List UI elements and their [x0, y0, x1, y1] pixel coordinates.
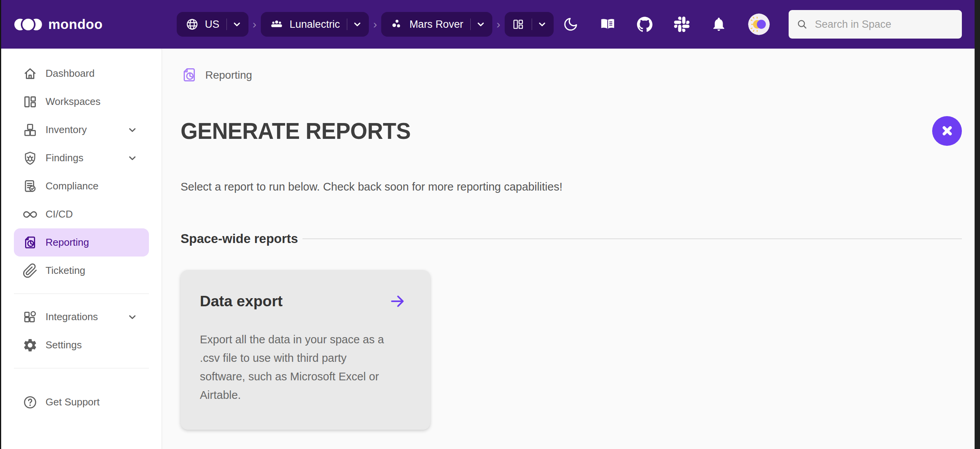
- github-icon[interactable]: [637, 17, 652, 32]
- settings-gear-icon: [22, 338, 38, 353]
- mondoo-logo-icon: [14, 17, 42, 32]
- top-header: mondoo US ›: [1, 0, 975, 49]
- main-content: Reporting GENERATE REPORTS Select a repo…: [162, 49, 975, 449]
- sidebar-item-integrations[interactable]: Integrations: [14, 303, 149, 331]
- inventory-boxes-icon: [22, 122, 38, 138]
- dark-mode-moon-icon[interactable]: [563, 17, 578, 32]
- pill-divider: [470, 19, 471, 30]
- page-description: Select a report to run below. Check back…: [181, 181, 962, 193]
- docs-book-icon[interactable]: [600, 17, 615, 32]
- breadcrumb-separator: ›: [373, 19, 377, 30]
- chevron-down-icon[interactable]: [126, 152, 139, 165]
- section-title: Space-wide reports: [181, 231, 298, 246]
- findings-shield-bug-icon: [22, 150, 38, 166]
- chevron-down-icon[interactable]: [231, 18, 243, 30]
- header-icon-group: [563, 14, 770, 35]
- integrations-icon: [22, 309, 38, 325]
- close-button[interactable]: [932, 116, 962, 146]
- compliance-document-check-icon: [22, 179, 38, 194]
- sidebar-item-cicd[interactable]: CI/CD: [14, 200, 149, 228]
- home-icon: [22, 66, 38, 81]
- sidebar-item-compliance[interactable]: Compliance: [14, 172, 149, 200]
- globe-icon: [185, 17, 199, 31]
- cicd-infinity-icon: [22, 207, 38, 222]
- organization-icon: [269, 17, 284, 32]
- window-edge-right: [975, 0, 980, 449]
- reporting-piechart-doc-icon: [181, 66, 198, 84]
- space-selector[interactable]: Mars Rover: [381, 12, 492, 37]
- breadcrumb[interactable]: Reporting: [181, 66, 962, 84]
- chevron-down-icon[interactable]: [475, 18, 487, 30]
- pill-divider: [347, 19, 347, 30]
- page-title: GENERATE REPORTS: [181, 118, 411, 144]
- pill-divider: [532, 19, 532, 30]
- search-icon: [796, 18, 808, 31]
- chevron-down-icon[interactable]: [126, 123, 139, 137]
- section-header: Space-wide reports: [181, 231, 962, 247]
- mondoo-app: mondoo US ›: [1, 0, 975, 449]
- organization-label: Lunalectric: [290, 19, 340, 30]
- sidebar-divider: [14, 368, 149, 368]
- region-selector[interactable]: US: [177, 12, 248, 37]
- close-icon: [939, 123, 955, 138]
- sidebar-item-settings[interactable]: Settings: [14, 331, 149, 359]
- sidebar-divider: [14, 294, 149, 294]
- arrow-right-icon[interactable]: [389, 292, 406, 310]
- chevron-down-icon[interactable]: [126, 311, 139, 324]
- sidebar-item-ticketing[interactable]: Ticketing: [14, 257, 149, 285]
- slack-icon[interactable]: [674, 17, 689, 32]
- data-export-card[interactable]: Data export Export all the data in your …: [181, 270, 430, 430]
- chevron-down-icon[interactable]: [351, 18, 363, 30]
- sidebar-item-dashboard[interactable]: Dashboard: [14, 59, 149, 88]
- ticketing-paperclip-icon: [22, 263, 38, 279]
- workspaces-grid-icon: [22, 94, 38, 110]
- dashboard-grid-icon: [512, 18, 525, 31]
- search-input[interactable]: [815, 19, 954, 30]
- mondoo-logo[interactable]: mondoo: [14, 17, 103, 32]
- dashboard-switcher[interactable]: [505, 12, 554, 37]
- card-title: Data export: [200, 293, 283, 310]
- breadcrumb-separator: ›: [253, 19, 257, 30]
- space-icon: [390, 17, 404, 31]
- user-avatar[interactable]: [748, 14, 770, 35]
- card-description: Export all the data in your space as a .…: [200, 330, 393, 404]
- sidebar-item-workspaces[interactable]: Workspaces: [14, 88, 149, 116]
- search-bar: [789, 10, 962, 39]
- space-label: Mars Rover: [409, 19, 463, 30]
- sidebar-item-get-support[interactable]: Get Support: [14, 388, 149, 416]
- organization-selector[interactable]: Lunalectric: [261, 12, 369, 37]
- brand-name: mondoo: [48, 17, 103, 32]
- pill-divider: [226, 19, 227, 30]
- breadcrumb-label: Reporting: [205, 69, 252, 81]
- sidebar-item-reporting[interactable]: Reporting: [14, 228, 149, 257]
- breadcrumb-separator: ›: [497, 19, 500, 30]
- sidebar-item-findings[interactable]: Findings: [14, 144, 149, 172]
- notifications-bell-icon[interactable]: [711, 17, 727, 32]
- context-breadcrumb: US › Lunalectric: [177, 12, 554, 37]
- help-question-icon: [22, 395, 38, 410]
- region-label: US: [205, 19, 220, 30]
- chevron-down-icon[interactable]: [536, 18, 548, 30]
- sidebar-nav: Dashboard Workspaces Inventory: [1, 49, 162, 449]
- sidebar-spacer: [1, 377, 162, 388]
- sidebar-item-inventory[interactable]: Inventory: [14, 116, 149, 144]
- section-divider: [302, 238, 962, 239]
- reporting-piechart-doc-icon: [22, 235, 38, 250]
